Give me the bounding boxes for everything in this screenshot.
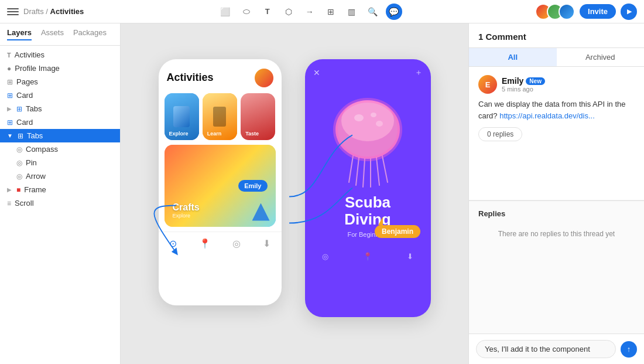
dark-add-icon: ＋: [415, 67, 423, 78]
layer-label: Card: [16, 118, 33, 127]
breadcrumb-sep: /: [46, 7, 50, 16]
main-layout: Layers Assets Packages T Activities ● Pr…: [0, 23, 644, 364]
frame-icon: ■: [16, 186, 20, 194]
topbar: Drafts / Activities ⬜ ⬭ T ⬡ → ⊞ ▥ 🔍 💬 In…: [0, 0, 644, 23]
canvas[interactable]: Activities Explore Learn: [121, 23, 468, 364]
layer-card-2[interactable]: ⊞ Card: [0, 115, 120, 129]
big-card-subtitle: Explore: [173, 213, 200, 219]
tool-comment[interactable]: 💬: [386, 4, 402, 20]
comment-text: Can we display the data from this API in…: [478, 98, 635, 121]
tool-arrow[interactable]: →: [302, 4, 318, 20]
card-taste: Taste: [241, 93, 275, 140]
card-label: Taste: [245, 131, 259, 137]
menu-icon[interactable]: [7, 6, 19, 18]
dark-nav-icon-2: 📍: [363, 252, 372, 261]
tab-assets[interactable]: Assets: [41, 28, 64, 40]
svg-line-10: [382, 156, 388, 182]
card-label: Learn: [207, 131, 222, 137]
expand-icon[interactable]: ▶: [7, 186, 12, 193]
tab-packages[interactable]: Packages: [73, 28, 107, 40]
expand-icon[interactable]: ▼: [7, 132, 13, 139]
layer-card-1[interactable]: ⊞ Card: [0, 89, 120, 102]
card-learn: Learn: [203, 93, 237, 140]
commenter-info: Emily New 5 mins ago: [502, 76, 545, 93]
invite-button[interactable]: Invite: [580, 4, 616, 19]
component-icon: ⊞: [16, 105, 22, 113]
comment-thread: E Emily New 5 mins ago Can we display th…: [469, 67, 644, 200]
layers-list: T Activities ● Profile Image ⊞ Pages ⊞ C…: [0, 46, 120, 364]
phones-container: Activities Explore Learn: [159, 59, 431, 317]
nav-icon-circle: ◎: [232, 238, 241, 249]
phone-dark: ✕ ＋: [305, 59, 431, 317]
svg-point-2: [354, 114, 364, 121]
svg-line-6: [356, 158, 359, 185]
layer-label: Compass: [26, 145, 58, 154]
tool-search[interactable]: 🔍: [365, 4, 381, 20]
tab-layers[interactable]: Layers: [7, 28, 32, 40]
comment-link[interactable]: https://api.realdata.dev/dis...: [499, 111, 595, 120]
tool-component[interactable]: ⬡: [280, 4, 297, 20]
tool-text[interactable]: T: [259, 4, 276, 20]
component-icon: ⊞: [7, 78, 13, 86]
breadcrumb-active: Activities: [50, 7, 84, 16]
send-button[interactable]: ↑: [621, 341, 637, 358]
comment-input[interactable]: [476, 340, 616, 358]
replies-button[interactable]: 0 replies: [478, 127, 522, 141]
expand-icon[interactable]: ▶: [7, 106, 12, 112]
icon-icon: ◎: [16, 145, 22, 154]
tool-grid[interactable]: ⊞: [323, 4, 339, 20]
breadcrumb: Drafts / Activities: [23, 7, 84, 16]
layer-label: Pin: [26, 158, 37, 167]
tool-layout[interactable]: ▥: [344, 4, 360, 20]
nav-icon-down: ⬇: [263, 238, 270, 249]
topbar-center: ⬜ ⬭ T ⬡ → ⊞ ▥ 🔍 💬: [217, 4, 402, 20]
layer-compass[interactable]: ◎ Compass: [0, 142, 120, 156]
topbar-left: Drafts / Activities: [7, 6, 84, 18]
new-badge: New: [526, 77, 545, 85]
layer-frame[interactable]: ▶ ■ Frame: [0, 183, 120, 196]
breadcrumb-drafts[interactable]: Drafts: [23, 7, 44, 16]
component-icon: ⊞: [7, 91, 13, 100]
big-card-label: Crafts Explore: [173, 202, 200, 219]
card-explore: Explore: [165, 93, 199, 140]
filter-all[interactable]: All: [469, 48, 557, 66]
layer-tabs-1[interactable]: ▶ ⊞ Tabs: [0, 102, 120, 115]
phone-dark-bottom-nav: ◎ 📍 ⬇: [305, 247, 431, 266]
commenter-avatar: E: [478, 75, 497, 94]
layer-profile-image[interactable]: ● Profile Image: [0, 62, 120, 75]
dark-nav-icon-3: ⬇: [407, 252, 413, 261]
layer-arrow[interactable]: ◎ Arrow: [0, 169, 120, 183]
card-label: Explore: [169, 131, 189, 137]
layer-pin[interactable]: ◎ Pin: [0, 156, 120, 169]
icon-icon: ◎: [16, 159, 22, 167]
dark-close-icon: ✕: [313, 68, 320, 77]
layer-tabs-2[interactable]: ▼ ⊞ Tabs: [0, 129, 120, 142]
phone-big-card: Emily Crafts Explore: [165, 145, 276, 227]
scroll-icon: ≡: [7, 199, 11, 207]
play-button[interactable]: ▶: [621, 4, 637, 20]
nav-icon-pin: 📍: [199, 238, 211, 249]
emily-badge: Emily: [238, 180, 267, 192]
component-icon: ⊞: [7, 118, 13, 127]
layer-scroll[interactable]: ≡ Scroll: [0, 196, 120, 210]
layer-label: Tabs: [27, 131, 43, 140]
replies-section: Replies There are no replies to this thr…: [469, 200, 644, 334]
layer-label: Frame: [24, 185, 46, 194]
layer-pages[interactable]: ⊞ Pages: [0, 75, 120, 89]
layer-label: Activities: [15, 50, 44, 59]
comment-filter: All Archived: [469, 48, 644, 67]
layer-label: Scroll: [15, 199, 34, 207]
right-panel: 1 Comment All Archived E Emily New 5 min…: [468, 23, 644, 364]
commenter-name: Emily: [502, 76, 523, 86]
comment-header: E Emily New 5 mins ago: [478, 75, 635, 94]
layer-activities[interactable]: T Activities: [0, 48, 120, 62]
image-icon: ●: [7, 64, 11, 73]
big-card-title: Crafts: [173, 202, 200, 213]
tool-shape[interactable]: ⬭: [238, 4, 255, 20]
comment-input-area: ↑: [469, 334, 644, 364]
tool-frame[interactable]: ⬜: [217, 4, 234, 20]
replies-title: Replies: [478, 209, 635, 218]
layer-label: Arrow: [26, 172, 46, 181]
filter-archived[interactable]: Archived: [557, 48, 645, 66]
benjamin-label: Benjamin: [375, 225, 420, 238]
